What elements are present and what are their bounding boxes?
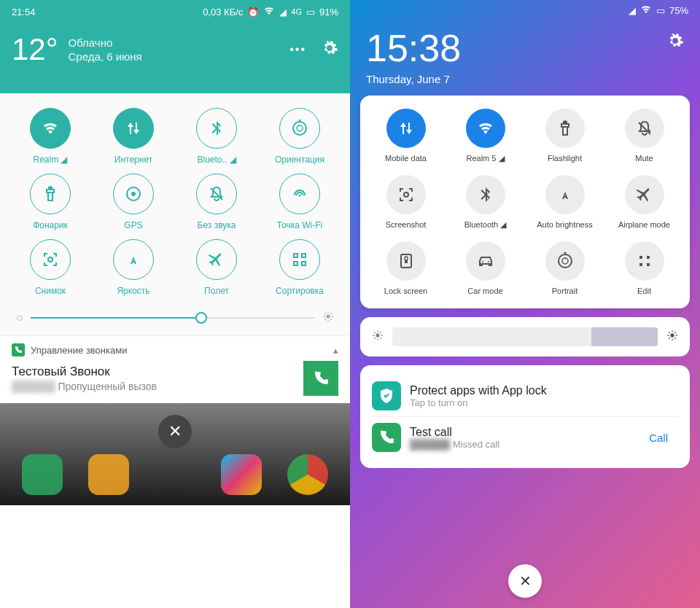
toggle-label: Car mode (467, 287, 502, 295)
toggle-lock[interactable]: Lock screen (368, 241, 444, 295)
toggle-label: Realm ◢ (33, 155, 67, 165)
quick-settings-panel: Realm ◢ИнтернетBlueto.. ◢ОриентацияФонар… (0, 93, 350, 335)
clock-time: 15:38 (366, 26, 461, 70)
battery-pct: 91% (319, 7, 338, 17)
status-time: 21:54 (12, 7, 36, 17)
toggle-brightness-auto[interactable]: Auto brightness (526, 175, 603, 230)
toggle-label: Bluetooth ◢ (464, 220, 507, 230)
toggle-label: Mute (635, 154, 653, 163)
notif-subtitle: ██████ Пропущенный вызов (12, 381, 157, 392)
flashlight-icon (545, 109, 585, 148)
lock-icon (386, 241, 426, 281)
toggle-label: Сортировка (276, 286, 324, 296)
alarm-icon: ⏰ (247, 7, 259, 17)
sort-icon (279, 239, 320, 280)
status-bar: ◢ ▭ 75% (350, 0, 700, 20)
settings-icon[interactable] (321, 39, 338, 60)
toggle-mute[interactable]: Mute (606, 109, 682, 163)
phone-app-icon (12, 343, 25, 356)
brightness-high-icon (666, 330, 678, 344)
toggle-data[interactable]: Mobile data (368, 109, 444, 163)
signal-icon: ◢ (629, 5, 636, 16)
hotspot-icon (279, 174, 320, 214)
toggle-label: Ориентация (275, 155, 324, 165)
toggle-label: Точка Wi-Fi (277, 220, 323, 230)
weather-condition: Облачно (69, 36, 142, 50)
header: 21:54 0,03 КБ/c ⏰ ◢ 4G ▭ 91% 12° Облачно… (0, 0, 350, 93)
toggle-label: Screenshot (386, 220, 427, 229)
toggle-bluetooth[interactable]: Bluetooth ◢ (447, 175, 524, 230)
dock-chrome-icon[interactable] (287, 454, 328, 495)
toggle-label: Без звука (198, 220, 236, 230)
toggle-label: Portrait (552, 287, 578, 295)
call-notification[interactable]: Test call ██████ Missed call Call (372, 416, 678, 458)
call-action-button[interactable]: Call (639, 427, 678, 448)
toggle-airplane[interactable]: Airplane mode (606, 175, 682, 230)
notif-title: Тестовый Звонок (12, 365, 157, 379)
toggle-label: GPS (124, 220, 142, 230)
shield-icon (372, 381, 401, 410)
toggle-wifi[interactable]: Realm ◢ (10, 108, 90, 165)
car-icon (466, 241, 505, 281)
battery-icon: ▭ (306, 7, 315, 17)
quick-settings-panel: Mobile dataRealm 5 ◢FlashlightMuteScreen… (360, 96, 690, 308)
notifications-card: Protect apps with App lock Tap to turn o… (360, 365, 690, 468)
toggle-label: Яркость (117, 286, 149, 296)
toggle-label: Интернет (114, 155, 152, 165)
callback-button[interactable] (303, 361, 338, 396)
dock-phone-icon[interactable] (22, 454, 63, 495)
toggle-flashlight[interactable]: Фонарик (10, 174, 90, 230)
toggle-car[interactable]: Car mode (447, 241, 524, 295)
dismiss-all-button[interactable]: ✕ (158, 415, 192, 448)
data-rate: 0,03 КБ/c (203, 7, 243, 17)
applock-notification[interactable]: Protect apps with App lock Tap to turn o… (372, 375, 678, 416)
home-dock-area: ✕ (0, 403, 350, 505)
wifi-icon (30, 108, 71, 149)
toggle-label: Auto brightness (537, 220, 592, 229)
wifi-icon (466, 109, 505, 148)
toggle-flashlight[interactable]: Flashlight (526, 109, 603, 163)
toggle-airplane[interactable]: Полет (176, 239, 257, 296)
brightness-low-icon: ○ (16, 311, 23, 324)
toggle-data[interactable]: Интернет (93, 108, 174, 165)
toggle-mute[interactable]: Без звука (176, 174, 257, 230)
temperature[interactable]: 12° (12, 32, 58, 67)
dock-playstore-icon[interactable] (221, 454, 262, 495)
bluetooth-icon (196, 108, 237, 149)
brightness-high-icon (322, 311, 334, 325)
toggle-wifi[interactable]: Realm 5 ◢ (447, 109, 524, 163)
toggle-rotate[interactable]: Portrait (526, 241, 603, 295)
toggle-screenshot[interactable]: Screenshot (368, 175, 444, 230)
settings-icon[interactable] (666, 32, 684, 52)
toggle-rotate[interactable]: Ориентация (260, 108, 340, 165)
toggle-brightness-auto[interactable]: Яркость (93, 239, 174, 296)
brightness-slider[interactable] (360, 317, 690, 356)
more-icon[interactable]: ••• (289, 43, 306, 56)
toggle-label: Фонарик (33, 220, 68, 230)
network-label: 4G (291, 7, 302, 16)
mute-icon (625, 109, 664, 148)
toggle-label: Realm 5 ◢ (466, 154, 504, 163)
toggle-label: Airplane mode (618, 220, 670, 229)
toggle-label: Flashlight (548, 154, 582, 163)
toggle-hotspot[interactable]: Точка Wi-Fi (260, 174, 340, 230)
wifi-icon (263, 5, 275, 19)
toggle-sort[interactable]: Сортировка (260, 239, 340, 296)
data-icon (113, 108, 154, 149)
notification-card[interactable]: Управление звонками ▴ Тестовый Звонок ██… (0, 335, 350, 403)
toggle-bluetooth[interactable]: Blueto.. ◢ (176, 108, 257, 165)
toggle-edit[interactable]: Edit (606, 241, 682, 295)
toggle-label: Снимок (35, 286, 66, 296)
data-icon (386, 109, 426, 148)
brightness-slider[interactable]: ○ (10, 311, 340, 325)
gps-icon (113, 174, 154, 214)
toggle-screenshot[interactable]: Снимок (10, 239, 90, 296)
toggle-label: Blueto.. ◢ (197, 155, 236, 165)
dismiss-all-button[interactable]: ✕ (508, 564, 542, 598)
collapse-icon[interactable]: ▴ (333, 345, 338, 356)
dock-messages-icon[interactable] (88, 454, 129, 495)
phone-icon (372, 423, 401, 452)
toggle-gps[interactable]: GPS (93, 174, 174, 230)
bluetooth-icon (466, 175, 505, 214)
clock-date: Thursday, June 7 (366, 73, 461, 85)
